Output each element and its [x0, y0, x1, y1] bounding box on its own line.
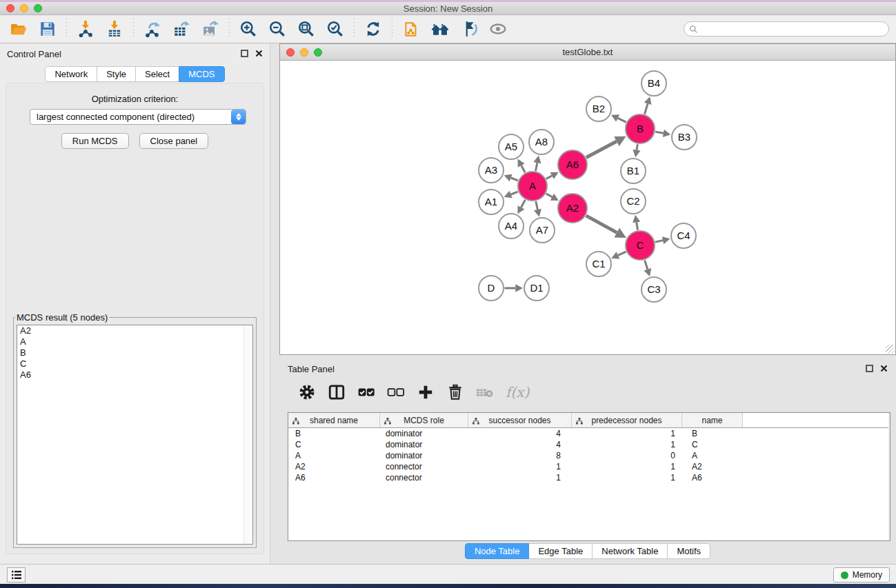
- edge-A-A8[interactable]: [535, 163, 537, 171]
- memory-button[interactable]: Memory: [833, 567, 890, 582]
- table-row[interactable]: A2connector11A2: [288, 461, 890, 472]
- cell[interactable]: A2: [288, 462, 380, 472]
- column-header-successor-nodes[interactable]: successor nodes: [468, 413, 572, 427]
- column-header-name[interactable]: name: [682, 413, 743, 427]
- select-all-checkboxes-icon[interactable]: [357, 383, 375, 401]
- export-image-icon[interactable]: [200, 19, 221, 39]
- cell[interactable]: 1: [468, 462, 572, 472]
- node-table[interactable]: shared nameMCDS rolesuccessor nodesprede…: [288, 412, 890, 541]
- edge-A2-C[interactable]: [586, 216, 617, 233]
- cell[interactable]: A6: [288, 473, 380, 483]
- column-header-MCDS-role[interactable]: MCDS role: [380, 413, 468, 427]
- cell[interactable]: connector: [380, 473, 468, 483]
- cell[interactable]: C: [288, 440, 380, 449]
- float-panel-icon[interactable]: [241, 48, 248, 60]
- zoom-in-icon[interactable]: [238, 19, 259, 39]
- edge-A-A3[interactable]: [511, 178, 518, 181]
- result-item[interactable]: A2: [17, 325, 252, 336]
- edge-A-A5[interactable]: [521, 165, 526, 172]
- delete-column-icon[interactable]: [446, 383, 464, 401]
- search-input[interactable]: [698, 23, 888, 35]
- edge-A-A6[interactable]: [546, 176, 552, 179]
- split-columns-icon[interactable]: [328, 383, 346, 401]
- column-header-predecessor-nodes[interactable]: predecessor nodes: [572, 413, 682, 427]
- show-graphics-details-icon[interactable]: [488, 19, 508, 39]
- search-field[interactable]: [684, 21, 889, 37]
- result-item[interactable]: A6: [17, 369, 252, 381]
- network-document-icon[interactable]: [401, 19, 421, 39]
- tab-style[interactable]: Style: [97, 66, 136, 82]
- cell[interactable]: B: [288, 429, 380, 438]
- result-scrollbar[interactable]: [243, 325, 252, 544]
- table-row[interactable]: A6connector11A6: [288, 472, 890, 483]
- result-item[interactable]: A: [17, 336, 252, 347]
- tab-network[interactable]: Network: [45, 66, 97, 82]
- cell[interactable]: C: [682, 440, 743, 449]
- edge-C-C1[interactable]: [618, 252, 626, 255]
- edge-A-A4[interactable]: [521, 200, 525, 207]
- cell[interactable]: 1: [468, 473, 572, 483]
- cell[interactable]: connector: [380, 462, 468, 472]
- task-history-button[interactable]: [7, 567, 26, 582]
- home-session-icon[interactable]: [430, 19, 450, 39]
- optimization-criterion-select[interactable]: largest connected component (directed): [30, 109, 246, 125]
- import-network-icon[interactable]: [75, 19, 96, 39]
- network-graph[interactable]: B4B2BB3A8A5A6A3B1AA1C2A2A4A7C4CC1DD1C3: [280, 61, 895, 354]
- tab-node-table[interactable]: Node Table: [465, 543, 530, 559]
- resize-grip[interactable]: [886, 345, 895, 354]
- cell[interactable]: dominator: [380, 451, 468, 460]
- cell[interactable]: 1: [572, 440, 682, 449]
- close-panel-icon[interactable]: [255, 48, 263, 60]
- tab-mcds[interactable]: MCDS: [179, 66, 224, 82]
- tab-motifs[interactable]: Motifs: [667, 543, 710, 559]
- delete-table-icon[interactable]: [476, 383, 494, 401]
- mcds-result-list[interactable]: A2ABCA6: [17, 325, 253, 545]
- result-item[interactable]: B: [17, 347, 252, 358]
- save-icon[interactable]: [37, 19, 58, 39]
- deselect-all-checkboxes-icon[interactable]: [387, 383, 405, 401]
- cell[interactable]: 1: [572, 462, 682, 472]
- refresh-icon[interactable]: [363, 19, 384, 39]
- network-window-titlebar[interactable]: testGlobe.txt: [280, 44, 895, 61]
- tab-network-table[interactable]: Network Table: [592, 543, 668, 559]
- cell[interactable]: 0: [572, 451, 682, 460]
- close-table-panel-icon[interactable]: [880, 363, 888, 375]
- export-network-icon[interactable]: [142, 19, 163, 39]
- edge-A6-B[interactable]: [586, 141, 617, 157]
- table-scrollbar[interactable]: [888, 413, 890, 540]
- cell[interactable]: A: [682, 451, 743, 460]
- cell[interactable]: dominator: [380, 440, 468, 449]
- cell[interactable]: 4: [468, 429, 572, 438]
- edge-A-A2[interactable]: [546, 194, 552, 197]
- cell[interactable]: dominator: [380, 429, 468, 438]
- edge-B-B2[interactable]: [618, 118, 626, 122]
- cell[interactable]: A2: [682, 462, 743, 472]
- hide-graphics-details-icon[interactable]: [459, 19, 479, 39]
- function-builder-icon[interactable]: f(x): [506, 384, 529, 401]
- close-panel-button[interactable]: Close panel: [139, 133, 209, 149]
- cell[interactable]: B: [682, 429, 743, 438]
- edge-C-C4[interactable]: [655, 241, 663, 242]
- edge-C-C2[interactable]: [637, 222, 638, 230]
- table-row[interactable]: Adominator80A: [288, 450, 890, 461]
- cell[interactable]: 8: [468, 451, 572, 460]
- cell[interactable]: 4: [468, 440, 572, 449]
- edge-A-A1[interactable]: [511, 192, 518, 194]
- table-header-row[interactable]: shared nameMCDS rolesuccessor nodesprede…: [288, 413, 890, 428]
- float-table-panel-icon[interactable]: [866, 363, 873, 375]
- edge-A-A7[interactable]: [536, 201, 538, 210]
- zoom-selected-icon[interactable]: [325, 19, 346, 39]
- column-header-shared-name[interactable]: shared name: [288, 413, 380, 427]
- edge-B-B1[interactable]: [637, 144, 637, 150]
- edge-B-B3[interactable]: [655, 132, 664, 133]
- cell[interactable]: 1: [572, 429, 682, 438]
- add-column-icon[interactable]: [417, 383, 435, 401]
- network-canvas[interactable]: B4B2BB3A8A5A6A3B1AA1C2A2A4A7C4CC1DD1C3: [280, 61, 895, 354]
- zoom-fit-icon[interactable]: [296, 19, 317, 39]
- table-row[interactable]: Bdominator41B: [288, 428, 890, 439]
- table-row[interactable]: Cdominator41C: [288, 439, 890, 450]
- zoom-out-icon[interactable]: [267, 19, 288, 39]
- run-mcds-button[interactable]: Run MCDS: [61, 133, 129, 149]
- export-table-icon[interactable]: [171, 19, 192, 39]
- tab-select[interactable]: Select: [135, 66, 179, 82]
